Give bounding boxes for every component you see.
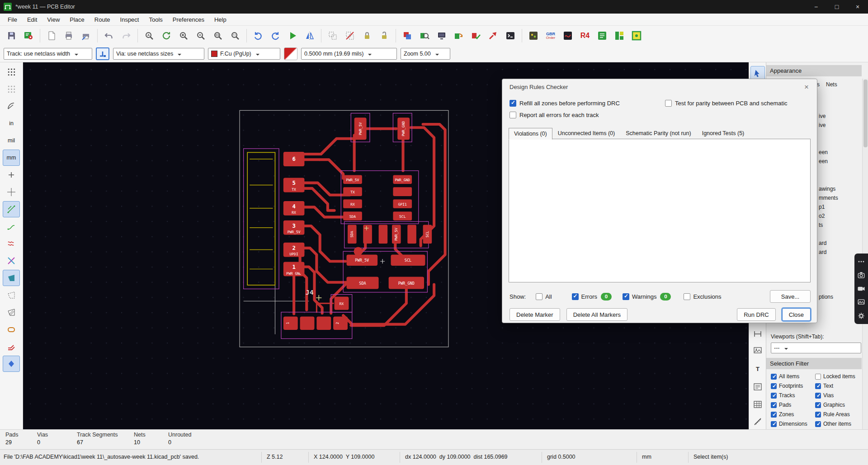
net-color-mode-button[interactable] bbox=[3, 235, 20, 252]
layer-row-fragment[interactable]: awings bbox=[819, 186, 835, 192]
plugin-button-5[interactable] bbox=[628, 27, 645, 44]
undo-button[interactable] bbox=[100, 27, 118, 44]
plugin-button-4[interactable] bbox=[611, 27, 628, 44]
checkbox[interactable] bbox=[815, 374, 821, 380]
minimize-button[interactable]: − bbox=[806, 0, 826, 14]
board-setup-button[interactable] bbox=[20, 27, 37, 44]
zoom-fit-button[interactable] bbox=[209, 27, 226, 44]
layer-presentation-button[interactable] bbox=[284, 47, 297, 60]
units-inches-button[interactable]: in bbox=[3, 115, 20, 132]
viewports-dropdown[interactable]: --- bbox=[771, 343, 861, 353]
update-pcb-button[interactable] bbox=[450, 27, 467, 44]
layer-row-fragment[interactable]: p1 bbox=[819, 204, 825, 210]
rotate-ccw-button[interactable] bbox=[250, 27, 267, 44]
units-mm-button[interactable]: mm bbox=[3, 150, 20, 166]
unlock-button[interactable] bbox=[376, 27, 393, 44]
filter-rule-areas[interactable]: Rule Areas bbox=[815, 411, 866, 418]
zoom-in-button[interactable] bbox=[175, 27, 192, 44]
footprint-search-button[interactable] bbox=[416, 27, 433, 44]
image-tool-button[interactable] bbox=[750, 343, 765, 357]
menu-preferences[interactable]: Preferences bbox=[168, 14, 209, 25]
checkbox[interactable] bbox=[623, 293, 629, 300]
diamond-tool-button[interactable] bbox=[3, 356, 20, 372]
dimension-tool-button[interactable] bbox=[750, 327, 765, 341]
plugin-button-3[interactable] bbox=[594, 27, 611, 44]
page-settings-button[interactable] bbox=[43, 27, 60, 44]
text-tool-button[interactable]: T bbox=[750, 362, 765, 376]
zoom-selection-button[interactable] bbox=[226, 27, 244, 44]
run-drc-button[interactable]: Run DRC bbox=[737, 308, 776, 321]
filter-zones[interactable]: Zones bbox=[771, 411, 815, 418]
table-tool-button[interactable] bbox=[750, 397, 765, 412]
overlay-menu-dots-icon[interactable] bbox=[855, 255, 867, 268]
menu-help[interactable]: Help bbox=[209, 14, 231, 25]
checkbox[interactable] bbox=[771, 402, 777, 408]
menu-file[interactable]: File bbox=[3, 14, 22, 25]
auto-track-width-button[interactable] bbox=[96, 47, 109, 60]
pad-sketch-mode-button[interactable] bbox=[3, 321, 20, 338]
units-mils-button[interactable]: mil bbox=[3, 132, 20, 149]
refresh-button[interactable] bbox=[158, 27, 175, 44]
save-report-button[interactable]: Save... bbox=[770, 290, 811, 303]
save-button[interactable] bbox=[3, 27, 20, 44]
grid-dropdown[interactable]: 0.5000 mm (19.69 mils) bbox=[301, 48, 397, 60]
parity-checkbox[interactable]: Test for parity between PCB and schemati… bbox=[665, 99, 788, 107]
layer-row-fragment[interactable]: ard bbox=[819, 249, 826, 255]
measure-tool-button[interactable] bbox=[750, 414, 765, 429]
layer-row-fragment[interactable]: ive bbox=[819, 113, 826, 119]
tab-nets[interactable]: Nets bbox=[826, 81, 837, 88]
lock-button[interactable] bbox=[359, 27, 376, 44]
scripting-console-button[interactable] bbox=[502, 27, 519, 44]
track-width-dropdown[interactable]: Track: use netclass width bbox=[4, 48, 92, 60]
checkbox[interactable] bbox=[665, 100, 672, 107]
presentation-button[interactable] bbox=[433, 27, 450, 44]
scrollbar-thumb[interactable] bbox=[863, 80, 868, 147]
via[interactable] bbox=[354, 247, 363, 256]
menu-tools[interactable]: Tools bbox=[144, 14, 167, 25]
layer-dropdown[interactable]: F.Cu (PgUp) bbox=[208, 48, 280, 60]
zone-hatch-display-button[interactable] bbox=[3, 304, 20, 320]
full-window-cursor-button[interactable] bbox=[3, 184, 20, 200]
menu-edit[interactable]: Edit bbox=[22, 14, 42, 25]
zone-outline-display-button[interactable] bbox=[3, 287, 20, 303]
swap-layers-button[interactable] bbox=[399, 27, 416, 44]
filter-all-items[interactable]: All items bbox=[771, 373, 815, 380]
video-camera-icon[interactable] bbox=[855, 282, 867, 295]
camera-icon[interactable] bbox=[855, 269, 867, 281]
layer-row-fragment[interactable]: o2 bbox=[819, 213, 825, 219]
plugin-button-1[interactable] bbox=[525, 27, 542, 44]
via-size-dropdown[interactable]: Via: use netclass sizes bbox=[113, 48, 204, 60]
layer-row-fragment[interactable]: ts bbox=[819, 222, 823, 228]
highlight-net-button[interactable] bbox=[3, 253, 20, 269]
grid-overrides-button[interactable] bbox=[3, 81, 20, 97]
screenshot-icon[interactable] bbox=[855, 296, 867, 308]
footprint-check-button[interactable] bbox=[467, 27, 485, 44]
drc-button[interactable] bbox=[485, 27, 502, 44]
checkbox[interactable] bbox=[771, 421, 777, 427]
layer-row-fragment[interactable]: ard bbox=[819, 240, 826, 246]
filter-footprints[interactable]: Footprints bbox=[771, 383, 815, 389]
show-errors-checkbox[interactable]: Errors bbox=[572, 293, 597, 300]
r4-plugin-button[interactable]: R4 bbox=[576, 27, 594, 44]
filter-pads[interactable]: Pads bbox=[771, 402, 815, 408]
layer-row-fragment[interactable]: ive bbox=[819, 122, 826, 128]
filter-locked-items[interactable]: Locked items bbox=[815, 373, 866, 380]
delete-marker-button[interactable]: Delete Marker bbox=[509, 308, 560, 321]
checkbox[interactable] bbox=[771, 412, 777, 418]
ungroup-button[interactable] bbox=[341, 27, 359, 44]
menu-route[interactable]: Route bbox=[90, 14, 115, 25]
filter-tracks[interactable]: Tracks bbox=[771, 392, 815, 399]
print-button[interactable] bbox=[60, 27, 77, 44]
report-errors-checkbox[interactable]: Report all errors for each track bbox=[509, 111, 599, 119]
checkbox[interactable] bbox=[684, 293, 690, 300]
filter-text[interactable]: Text bbox=[815, 383, 866, 389]
plugin-button-2[interactable] bbox=[559, 27, 576, 44]
group-button[interactable] bbox=[324, 27, 341, 44]
refill-zones-checkbox[interactable]: Refill all zones before performing DRC bbox=[509, 99, 620, 107]
zone-fill-display-button[interactable] bbox=[3, 270, 20, 286]
find-button[interactable] bbox=[141, 27, 158, 44]
show-warnings-checkbox[interactable]: Warnings bbox=[623, 293, 656, 300]
checkbox[interactable] bbox=[815, 412, 821, 418]
tab-schematic-parity[interactable]: Schematic Parity (not run) bbox=[620, 127, 697, 139]
plot-button[interactable] bbox=[77, 27, 94, 44]
